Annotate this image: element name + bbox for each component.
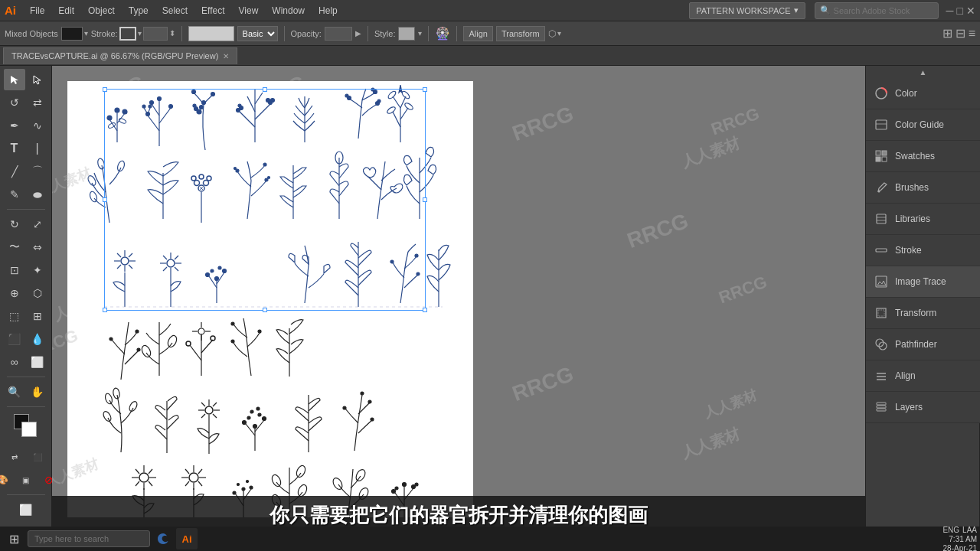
align-button[interactable]: Align <box>463 26 492 41</box>
stroke-dropdown-icon[interactable]: ▾ <box>138 29 142 37</box>
stroke-spinner[interactable]: ⬍ <box>169 29 175 37</box>
arc-tool[interactable]: ⌒ <box>27 161 48 182</box>
style-dropdown[interactable]: ▾ <box>418 29 422 37</box>
menu-file[interactable]: File <box>24 4 51 18</box>
watermark-r3: 人人素材 <box>701 386 760 422</box>
menu-icon[interactable]: ≡ <box>969 27 975 41</box>
type-tool[interactable]: T <box>4 138 25 159</box>
rotate-tool2[interactable]: ↻ <box>4 214 25 235</box>
svg-point-151 <box>253 425 257 429</box>
panel-image-trace[interactable]: Image Trace <box>866 266 980 298</box>
rotate-tool[interactable]: ↺ <box>4 92 25 113</box>
reflect-tool[interactable]: ⇄ <box>27 92 48 113</box>
watermark-8: RRCG <box>624 209 691 253</box>
pencil-tool[interactable]: ✎ <box>4 184 25 205</box>
stroke-control[interactable]: Stroke: ▾ ⬍ <box>91 27 175 41</box>
panel-stroke[interactable]: Stroke <box>866 235 980 266</box>
taskbar: ⊞ Ai ENG LAA 7:31 AM 28-Apr-21 <box>0 527 980 551</box>
panel-brushes[interactable]: Brushes <box>866 172 980 204</box>
color-wheel-icon[interactable]: 🎡 <box>435 26 450 41</box>
maximize-btn[interactable]: □ <box>957 5 963 17</box>
taskbar-illustrator[interactable]: Ai <box>176 528 198 549</box>
menu-select[interactable]: Select <box>156 4 194 18</box>
fill-swatch[interactable] <box>61 27 83 41</box>
document-tab[interactable]: TRACEvsCAPTURE.ai @ 66.67% (RGB/GPU Prev… <box>3 47 237 64</box>
panel-transform[interactable]: Transform <box>866 298 980 329</box>
stroke-width-input[interactable] <box>143 27 168 41</box>
stock-search[interactable]: 🔍 <box>815 2 939 19</box>
style-select[interactable]: Basic <box>237 26 278 41</box>
curvature-tool[interactable]: ∿ <box>27 115 48 136</box>
taskbar-search[interactable] <box>28 530 150 547</box>
default-colors-btn[interactable]: ⬛ <box>27 446 48 468</box>
fill-dropdown-icon[interactable]: ▾ <box>84 29 88 37</box>
svg-point-133 <box>104 393 113 405</box>
fill-control[interactable]: ▾ <box>61 27 88 41</box>
select-tool[interactable] <box>4 69 25 90</box>
gradient-tool[interactable]: ⬛ <box>4 328 25 350</box>
stock-search-input[interactable] <box>834 6 933 15</box>
gradient-mode-btn[interactable]: ▣ <box>15 469 37 491</box>
start-button[interactable]: ⊞ <box>3 530 25 548</box>
style-label: Style: <box>374 29 396 38</box>
transform-dropdown[interactable]: ▾ <box>557 29 561 37</box>
art-board-tool[interactable]: ⬜ <box>27 351 48 373</box>
svg-line-143 <box>213 414 217 418</box>
type-vertical-tool[interactable]: | <box>27 138 48 159</box>
arrange-icon[interactable]: ⊞ <box>942 26 952 41</box>
stroke-swatch[interactable] <box>119 27 136 41</box>
panel-swatches[interactable]: Swatches <box>866 141 980 172</box>
panel-scroll-up[interactable]: ▲ <box>866 66 980 78</box>
pattern-workspace-btn[interactable]: PATTERN WORKSPACE ▾ <box>689 2 805 19</box>
panel-color-guide[interactable]: Color Guide <box>866 109 980 141</box>
zoom-tool[interactable]: 🔍 <box>4 381 25 403</box>
width-tool[interactable]: ⇔ <box>27 236 48 258</box>
swap-colors-btn[interactable]: ⇄ <box>4 446 25 468</box>
blend-tool[interactable]: ∞ <box>4 351 25 373</box>
opacity-input[interactable]: 100% <box>325 27 352 41</box>
live-paint-tool[interactable]: ⬡ <box>27 282 48 304</box>
menu-type[interactable]: Type <box>122 4 155 18</box>
eyedropper-tool[interactable]: 💧 <box>27 328 48 350</box>
panel-pathfinder[interactable]: Pathfinder <box>866 329 980 360</box>
pen-tool[interactable]: ✒ <box>4 115 25 136</box>
warp-tool[interactable]: 〜 <box>4 236 25 258</box>
transform-extra[interactable]: ⬡ ▾ <box>548 28 561 39</box>
artboard-mode-btn[interactable]: ⬜ <box>15 499 37 520</box>
panel-color[interactable]: Color <box>866 78 980 109</box>
color-swatches[interactable] <box>12 414 40 442</box>
color-mode-btn[interactable]: 🎨 <box>0 469 14 491</box>
panel-align[interactable]: Align <box>866 360 980 392</box>
direct-select-tool[interactable] <box>27 69 48 90</box>
mesh-tool[interactable]: ⊞ <box>27 305 48 327</box>
svg-point-153 <box>258 413 261 416</box>
svg-rect-211 <box>882 157 887 161</box>
tool-divider-3 <box>7 406 45 407</box>
hand-tool[interactable]: ✋ <box>27 381 48 403</box>
menu-help[interactable]: Help <box>312 4 344 18</box>
properties-icon[interactable]: ⊟ <box>956 26 965 41</box>
opacity-arrow[interactable]: ▶ <box>355 29 361 37</box>
menu-window[interactable]: Window <box>266 4 311 18</box>
canvas-area[interactable]: RRCG RRCG RRCG 人人素材 RRCG 人人素材 人人素材 RRCG … <box>52 66 865 551</box>
menu-view[interactable]: View <box>233 4 265 18</box>
free-transform-tool[interactable]: ⊡ <box>4 259 25 281</box>
style-swatch[interactable] <box>398 27 415 41</box>
panel-layers[interactable]: Layers <box>866 392 980 423</box>
tab-close-btn[interactable]: ✕ <box>223 52 229 60</box>
menu-edit[interactable]: Edit <box>52 4 80 18</box>
taskbar-edge[interactable] <box>152 528 174 549</box>
minimize-btn[interactable]: ─ <box>946 5 954 17</box>
transform-button[interactable]: Transform <box>496 26 545 41</box>
background-swatch[interactable] <box>21 422 37 437</box>
menu-effect[interactable]: Effect <box>195 4 230 18</box>
perspective-grid-tool[interactable]: ⬚ <box>4 305 25 327</box>
shape-builder-tool[interactable]: ⊕ <box>4 282 25 304</box>
blob-brush-tool[interactable]: ⬬ <box>27 184 48 205</box>
menu-object[interactable]: Object <box>82 4 121 18</box>
panel-libraries[interactable]: Libraries <box>866 204 980 235</box>
scale-tool[interactable]: ⤢ <box>27 214 48 235</box>
close-btn[interactable]: ✕ <box>966 5 975 17</box>
puppet-warp-tool[interactable]: ✦ <box>27 259 48 281</box>
line-tool[interactable]: ╱ <box>4 161 25 182</box>
